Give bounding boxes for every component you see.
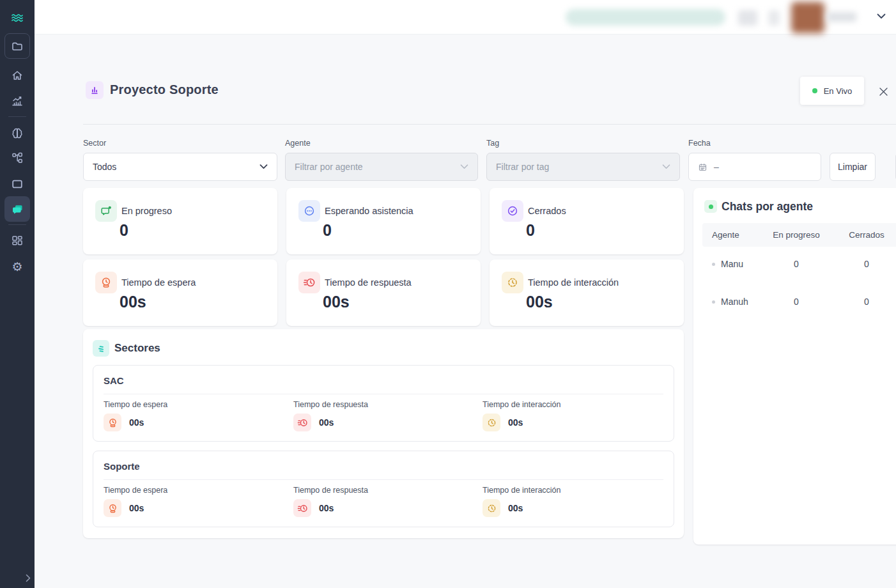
project-chart-icon-badge — [86, 81, 104, 99]
metric-tiempo-espera: Tiempo de espera 00s — [104, 400, 270, 431]
blurred-icon — [768, 10, 780, 26]
stat-card-tiempo-respuesta: Tiempo de respuesta 00s — [286, 259, 481, 326]
metric-value: 00s — [129, 503, 144, 513]
date-range-input[interactable]: – — [688, 153, 821, 181]
dashboard-grid-icon — [11, 235, 24, 247]
window-icon — [11, 178, 24, 190]
metric-tiempo-interaccion: Tiempo de interacción 00s — [483, 400, 649, 431]
dashed-clock-icon — [483, 414, 500, 431]
waves-icon — [10, 11, 24, 25]
wait-clock-icon — [104, 414, 121, 431]
sector-select-value: Todos — [93, 162, 116, 172]
sidebar: ⚙ — [0, 0, 35, 588]
sector-divider — [104, 394, 663, 394]
stat-label: En progreso — [121, 206, 172, 216]
stat-card-esperando-asistencia: Esperando asistencia 0 — [286, 188, 481, 254]
sector-card-soporte: Soporte Tiempo de espera 00s Tiempo de r… — [93, 451, 674, 527]
dashed-clock-icon — [502, 272, 523, 293]
stat-card-en-progreso: En progreso 0 — [83, 188, 277, 254]
sectors-icon — [93, 340, 109, 357]
agent-name: Manu — [721, 259, 743, 269]
sidebar-item-workflows[interactable] — [4, 145, 30, 171]
clear-filters-button[interactable]: Limpiar — [830, 153, 876, 181]
sector-name: Soporte — [104, 461, 140, 472]
metric-label: Tiempo de respuesta — [293, 400, 460, 409]
column-header-en-progreso: En progreso — [761, 230, 831, 240]
sidebar-item-home[interactable] — [4, 63, 30, 88]
sidebar-item-analytics[interactable] — [4, 88, 30, 114]
chevron-down-icon — [877, 13, 886, 19]
metric-tiempo-interaccion: Tiempo de interacción 00s — [483, 486, 649, 517]
table-row[interactable]: Manu 0 0 — [702, 254, 896, 274]
chats-icon — [11, 203, 24, 216]
calendar-icon — [698, 162, 707, 172]
tag-select[interactable]: Filtrar por tag — [486, 153, 680, 181]
folder-icon — [11, 40, 24, 52]
metric-value: 00s — [319, 417, 334, 428]
sidebar-expand-button[interactable] — [22, 571, 35, 584]
stat-value: 0 — [526, 221, 535, 240]
stat-label: Tiempo de interacción — [528, 277, 619, 288]
sector-filter-label: Sector — [83, 139, 106, 148]
metric-label: Tiempo de espera — [104, 400, 270, 409]
blurred-username — [827, 12, 856, 22]
live-badge-label: En Vivo — [824, 86, 853, 96]
stat-label: Esperando asistencia — [325, 206, 413, 216]
bullet-icon — [712, 300, 715, 304]
stat-card-tiempo-espera: Tiempo de espera 00s — [83, 259, 277, 326]
wait-clock-icon — [95, 272, 117, 293]
column-header-cerrados: Cerrados — [831, 230, 896, 240]
metric-tiempo-espera: Tiempo de espera 00s — [104, 486, 270, 517]
wait-clock-icon — [104, 499, 121, 517]
close-button[interactable] — [877, 86, 889, 97]
stat-card-cerrados: Cerrados 0 — [490, 188, 684, 254]
page-title: Proyecto Soporte — [110, 82, 219, 97]
metric-value: 00s — [129, 417, 144, 428]
sidebar-item-dashboard[interactable] — [4, 228, 30, 254]
date-range-value: – — [714, 162, 719, 172]
agent-select-placeholder: Filtrar por agente — [295, 162, 363, 172]
sector-select[interactable]: Todos — [83, 153, 277, 181]
sectors-section: Sectores SAC Tiempo de espera 00s Tiempo… — [83, 329, 684, 538]
chevron-down-icon — [259, 164, 268, 169]
agent-filter-label: Agente — [285, 139, 311, 148]
topbar — [35, 0, 896, 35]
profile-menu-chevron[interactable] — [877, 13, 886, 19]
app-root: ⚙ Proyecto Soporte En — [0, 0, 896, 588]
agent-name: Manuh — [721, 297, 748, 307]
sidebar-divider — [8, 224, 26, 225]
sidebar-item-chats[interactable] — [4, 196, 30, 222]
chart-trend-icon — [11, 95, 24, 107]
sidebar-item-projects[interactable] — [4, 33, 30, 59]
chat-new-icon — [95, 200, 117, 222]
sidebar-item-ai[interactable] — [4, 120, 30, 146]
sidebar-item-settings[interactable]: ⚙ — [4, 254, 30, 279]
blurred-icon — [738, 10, 757, 26]
metric-value: 00s — [319, 503, 334, 513]
agent-en-progreso-count: 0 — [761, 259, 831, 269]
sidebar-item-channels[interactable] — [4, 171, 30, 197]
chats-by-agent-title: Chats por agente — [722, 200, 813, 213]
avatar[interactable] — [791, 2, 824, 33]
chevron-down-icon — [662, 164, 670, 169]
stat-value: 00s — [120, 293, 146, 311]
metric-value: 00s — [508, 503, 523, 513]
speed-clock-icon — [293, 414, 311, 431]
table-row[interactable]: Manuh 0 0 — [702, 291, 896, 312]
green-dot-icon — [704, 200, 717, 213]
column-header-agente: Agente — [702, 230, 761, 240]
brand-waves-logo[interactable] — [4, 5, 30, 31]
stat-value: 00s — [526, 293, 553, 311]
metric-label: Tiempo de interacción — [483, 486, 649, 495]
agent-select[interactable]: Filtrar por agente — [285, 153, 478, 181]
tag-filter-label: Tag — [486, 139, 499, 148]
sidebar-divider — [8, 116, 26, 117]
metric-label: Tiempo de interacción — [483, 400, 649, 409]
stat-label: Tiempo de respuesta — [325, 277, 412, 288]
sector-name: SAC — [104, 375, 124, 386]
agent-cerrados-count: 0 — [831, 297, 896, 307]
stat-value: 0 — [120, 221, 128, 240]
chevron-down-icon — [460, 164, 468, 169]
sector-card-sac: SAC Tiempo de espera 00s Tiempo de respu… — [93, 365, 674, 442]
live-status-badge[interactable]: En Vivo — [800, 77, 864, 105]
